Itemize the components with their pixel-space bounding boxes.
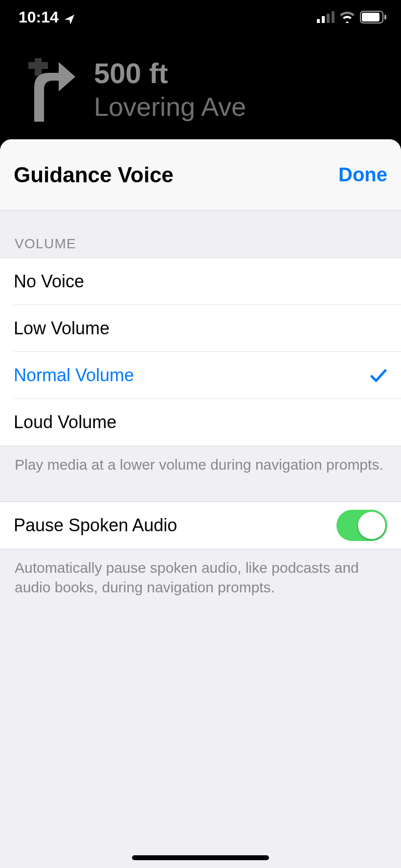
svg-rect-1 xyxy=(322,16,325,23)
battery-icon xyxy=(360,11,387,23)
volume-option-normal[interactable]: Normal Volume xyxy=(0,352,401,399)
svg-rect-8 xyxy=(35,58,42,76)
navigation-street: Lovering Ave xyxy=(94,91,246,123)
location-arrow-icon xyxy=(64,11,75,23)
status-left: 10:14 xyxy=(19,8,75,26)
volume-option-loud[interactable]: Loud Volume xyxy=(0,399,401,446)
volume-options-group: No Voice Low Volume Normal Volume Loud V… xyxy=(0,258,401,446)
pause-section-footer: Automatically pause spoken audio, like p… xyxy=(0,549,401,611)
svg-rect-6 xyxy=(384,15,386,20)
svg-rect-2 xyxy=(327,14,330,23)
status-bar: 10:14 xyxy=(0,0,401,34)
checkmark-icon xyxy=(370,367,387,384)
volume-option-label: No Voice xyxy=(14,271,84,292)
svg-rect-5 xyxy=(362,13,379,22)
done-button[interactable]: Done xyxy=(338,164,387,186)
sheet-title: Guidance Voice xyxy=(14,163,174,187)
volume-section-header: VOLUME xyxy=(0,211,401,258)
wifi-icon xyxy=(339,11,355,23)
cellular-signal-icon xyxy=(317,11,334,23)
navigation-text: 500 ft Lovering Ave xyxy=(94,58,246,123)
volume-option-low[interactable]: Low Volume xyxy=(0,305,401,352)
svg-rect-3 xyxy=(332,11,334,23)
pause-spoken-audio-row[interactable]: Pause Spoken Audio xyxy=(0,502,401,549)
navigation-distance: 500 ft xyxy=(94,58,246,89)
volume-option-label: Normal Volume xyxy=(14,365,134,386)
turn-right-icon xyxy=(18,58,76,122)
volume-option-label: Low Volume xyxy=(14,318,110,339)
pause-audio-group: Pause Spoken Audio xyxy=(0,501,401,549)
pause-spoken-audio-label: Pause Spoken Audio xyxy=(14,515,177,536)
guidance-voice-sheet: Guidance Voice Done VOLUME No Voice Low … xyxy=(0,139,401,868)
volume-section-footer: Play media at a lower volume during navi… xyxy=(0,446,401,489)
volume-option-label: Loud Volume xyxy=(14,412,116,433)
pause-spoken-audio-toggle[interactable] xyxy=(336,510,387,541)
home-indicator[interactable] xyxy=(132,855,269,860)
navigation-banner: 500 ft Lovering Ave xyxy=(0,34,401,146)
volume-option-no-voice[interactable]: No Voice xyxy=(0,258,401,305)
status-right xyxy=(317,11,387,23)
svg-rect-0 xyxy=(317,19,320,23)
status-time: 10:14 xyxy=(19,8,59,26)
sheet-header: Guidance Voice Done xyxy=(0,139,401,211)
